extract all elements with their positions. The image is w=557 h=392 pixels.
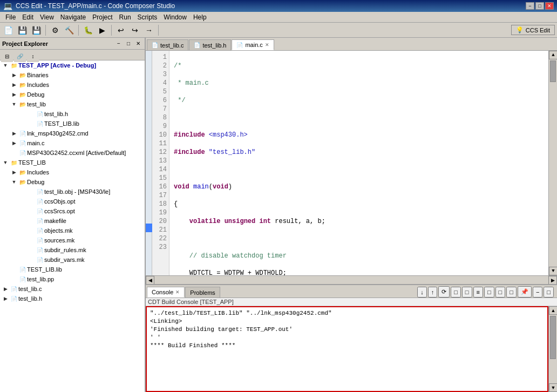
tree-item-makefile[interactable]: 📄 makefile [0, 216, 145, 226]
run-button[interactable]: ▶ [96, 24, 108, 36]
tree-item-includes-2[interactable]: ▶ 📂 Includes [0, 167, 145, 177]
menu-item-project[interactable]: Project [89, 12, 116, 22]
sb-track[interactable] [549, 59, 557, 267]
tree-item-TEST-LIB-root[interactable]: ▼ 📁 TEST_LIB [0, 158, 145, 167]
menu-item-scripts[interactable]: Scripts [134, 12, 161, 22]
tab-test-lib-c[interactable]: 📄 test_lib.c [147, 39, 188, 50]
expander-main-c[interactable]: ▶ [10, 140, 18, 146]
new-button[interactable]: 📄 [2, 24, 14, 36]
tree-item-ccsSrcs[interactable]: 📄 ccsSrcs.opt [0, 206, 145, 216]
expander-includes-1[interactable]: ▶ [10, 82, 18, 87]
sb-thumb[interactable] [550, 60, 556, 82]
expander-lnk[interactable]: ▶ [10, 131, 18, 136]
tree-item-test-lib-h[interactable]: 📄 test_lib.h [0, 109, 145, 119]
menu-item-run[interactable]: Run [116, 12, 134, 22]
tree-item-test-lib-c-bot[interactable]: ▶ 📄 test_lib.c [0, 284, 145, 294]
code-editor[interactable]: 1 2 3 4 5 6 7 8 9 10 11 12 13 14 15 16 1 [146, 51, 557, 275]
minimize-button[interactable]: − [526, 2, 534, 10]
tree-item-TEST-LIB-lib2[interactable]: 📄 TEST_LIB.lib [0, 265, 145, 274]
tree-item-test-app[interactable]: ▼ 📁 TEST_APP [Active - Debug] [0, 60, 145, 70]
expander-test-app[interactable]: ▼ [1, 63, 10, 68]
sb-right-btn[interactable]: ▶ [548, 276, 557, 285]
expander-debug-2[interactable]: ▼ [10, 179, 18, 185]
ccs-edit-button[interactable]: 💡 CCS Edit [511, 25, 555, 35]
code-content[interactable]: /* * main.c */ #include <msp430.h> #incl… [169, 51, 548, 275]
expander-binaries[interactable]: ▶ [10, 72, 18, 78]
tree-item-subdir-vars[interactable]: 📄 subdir_vars.mk [0, 255, 145, 265]
expander-test-lib[interactable]: ▼ [10, 102, 18, 107]
tab-test-lib-h[interactable]: 📄 test_lib.h [189, 39, 231, 50]
console-sb-thumb[interactable] [550, 316, 556, 359]
tree-item-test-lib-folder[interactable]: ▼ 📂 test_lib [0, 99, 145, 109]
tab-close-console[interactable]: ✕ [175, 289, 180, 295]
pe-minimize-btn[interactable]: − [114, 39, 123, 48]
settings-button[interactable]: ⚙ [49, 24, 61, 36]
save-button[interactable]: 💾 [16, 24, 28, 36]
menu-item-view[interactable]: View [37, 12, 57, 22]
tab-close-main-c[interactable]: ✕ [265, 42, 269, 48]
tree-item-lnk[interactable]: ▶ 📄 lnk_msp430g2452.cmd [0, 129, 145, 138]
console-sb-down[interactable]: ▼ [549, 383, 557, 392]
sb-up-btn[interactable]: ▲ [549, 51, 557, 59]
console-btn-6[interactable]: ≡ [473, 287, 483, 298]
save-all-button[interactable]: 💾 [30, 24, 42, 36]
pe-close-btn[interactable]: ✕ [134, 39, 142, 48]
sb-left-btn[interactable]: ◀ [146, 276, 154, 285]
sb-down-btn[interactable]: ▼ [549, 267, 557, 275]
console-btn-4[interactable]: □ [451, 287, 461, 298]
menu-item-help[interactable]: Help [190, 12, 210, 22]
console-scrollbar-v[interactable]: ▲ ▼ [548, 306, 557, 392]
console-btn-5[interactable]: □ [462, 287, 472, 298]
console-btn-7[interactable]: □ [484, 287, 494, 298]
tree-item-subdir-rules[interactable]: 📄 subdir_rules.mk [0, 245, 145, 255]
tab-console[interactable]: Console ✕ [147, 287, 185, 298]
tree-item-main-c[interactable]: ▶ 📄 main.c [0, 138, 145, 148]
undo-button[interactable]: ↩ [115, 24, 127, 36]
editor-scrollbar-v[interactable]: ▲ ▼ [548, 51, 557, 275]
tree-item-ccsObjs[interactable]: 📄 ccsObjs.opt [0, 197, 145, 206]
debug-button[interactable]: 🐛 [82, 24, 94, 36]
tree-item-msp430[interactable]: 📄 MSP430G2452.ccxml [Active/Default] [0, 148, 145, 158]
tree-item-TEST-LIB-lib[interactable]: 📄 TEST_LIB.lib [0, 119, 145, 129]
expander-test-lib-c-bot[interactable]: ▶ [1, 286, 10, 292]
build-button[interactable]: 🔨 [63, 24, 75, 36]
console-scroll-down-btn[interactable]: ↓ [417, 287, 427, 298]
tree-item-debug-2[interactable]: ▼ 📂 Debug [0, 177, 145, 187]
console-sb-up[interactable]: ▲ [549, 306, 557, 315]
redo-button[interactable]: ↪ [129, 24, 141, 36]
forward-button[interactable]: → [143, 24, 155, 36]
tree-item-test-lib-obj[interactable]: 📄 test_lib.obj - [MSP430/le] [0, 187, 145, 197]
menu-item-edit[interactable]: Edit [19, 12, 37, 22]
console-btn-8[interactable]: □ [495, 287, 506, 298]
tree-item-binaries[interactable]: ▶ 📂 Binaries [0, 70, 145, 80]
maximize-button[interactable]: □ [535, 2, 544, 10]
editor-scrollbar-h[interactable]: ◀ ▶ [146, 275, 557, 284]
console-btn-9[interactable]: □ [506, 287, 517, 298]
expander-includes-2[interactable]: ▶ [10, 170, 18, 175]
console-content[interactable]: "../test_lib/TEST_LIB.lib" "../lnk_msp43… [146, 306, 548, 392]
console-minimize-btn[interactable]: − [533, 287, 542, 298]
tree-item-sources-mk[interactable]: 📄 sources.mk [0, 235, 145, 245]
tree-item-objects-mk[interactable]: 📄 objects.mk [0, 226, 145, 235]
menu-item-window[interactable]: Window [160, 12, 190, 22]
console-sb-track[interactable] [549, 315, 557, 383]
expander-debug-1[interactable]: ▶ [10, 92, 18, 97]
console-clear-btn[interactable]: ⟳ [438, 286, 450, 298]
sb-h-track[interactable] [154, 276, 548, 284]
console-header: CDT Build Console [TEST_APP] [146, 298, 557, 306]
tab-problems[interactable]: Problems [185, 287, 220, 298]
console-scroll-up-btn[interactable]: ↑ [428, 287, 438, 298]
tree-item-test-lib-pp[interactable]: 📄 test_lib.pp [0, 274, 145, 284]
menu-item-file[interactable]: File [2, 12, 19, 22]
pe-maximize-btn[interactable]: □ [124, 39, 133, 48]
console-pin-btn[interactable]: 📌 [518, 286, 532, 298]
tree-item-test-lib-h-bot[interactable]: ▶ 📄 test_lib.h [0, 294, 145, 303]
expander-TEST-LIB-root[interactable]: ▼ [1, 160, 10, 165]
tab-main-c[interactable]: 📄 main.c ✕ [232, 39, 274, 50]
expander-test-lib-h-bot[interactable]: ▶ [1, 296, 10, 301]
close-button[interactable]: ✕ [545, 2, 554, 10]
tree-item-debug-1[interactable]: ▶ 📂 Debug [0, 90, 145, 99]
menu-item-navigate[interactable]: Navigate [57, 12, 89, 22]
tree-item-includes-1[interactable]: ▶ 📂 Includes [0, 80, 145, 90]
console-maximize-btn[interactable]: □ [544, 287, 554, 298]
